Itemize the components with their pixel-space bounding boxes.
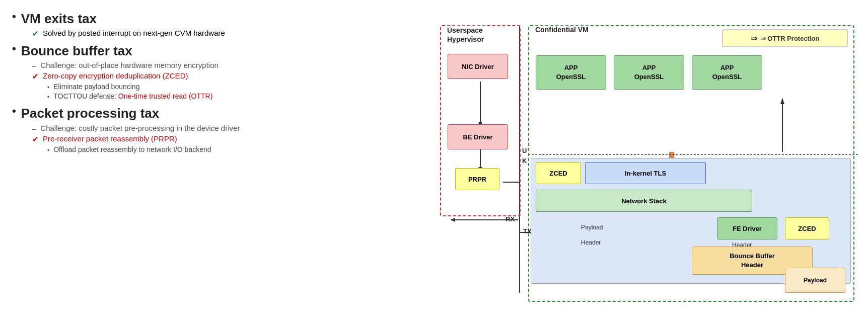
prpr-text: Pre-receiver packet reassembly (PRPR) — [43, 134, 177, 143]
prpr-label: PRPR — [468, 176, 486, 183]
network-stack-label: Network Stack — [621, 197, 667, 205]
check-mark-red-2: ✔ — [32, 135, 39, 144]
userspace-hypervisor-label: Userspace Hypervisor — [445, 26, 486, 44]
right-panel: Userspace Hypervisor Confidential VM ⇒ ⇒… — [425, 9, 863, 308]
bounce-buffer-title: Bounce buffer tax — [21, 43, 132, 59]
tocttou-text: TOCTTOU defense: One-time trusted read (… — [53, 92, 212, 100]
k-label: K — [522, 157, 527, 165]
fe-driver-box: FE Driver — [717, 217, 777, 239]
u-label: U — [522, 147, 527, 154]
dash-1: – — [32, 61, 36, 70]
bullet-dot-2: • — [12, 42, 16, 55]
bullet-dot-3: • — [12, 105, 16, 118]
bounce-buffer-label: Bounce Buffer Header — [730, 252, 775, 270]
rx-label: RX — [505, 215, 515, 223]
in-kernel-tls-label: In-kernel TLS — [625, 170, 666, 177]
check-mark-green-1: ✔ — [32, 29, 39, 38]
nic-driver-box: NIC Driver — [448, 54, 508, 79]
network-stack-box: Network Stack — [536, 190, 752, 212]
diagram-wrapper: Userspace Hypervisor Confidential VM ⇒ ⇒… — [425, 11, 863, 308]
app-openssl-box-3: APP OpenSSL — [692, 55, 762, 90]
eliminate-payload-text: Eliminate payload bouncing — [53, 83, 139, 91]
header-text-label: Header — [581, 239, 601, 246]
zced-kernel-box: ZCED — [536, 162, 581, 184]
vm-exits-check-text: Solved by posted interrupt on next-gen C… — [43, 29, 225, 37]
confidential-vm-label: Confidential VM — [533, 26, 591, 34]
vm-exits-title: VM exits tax — [21, 11, 97, 27]
section-bounce-buffer: • Bounce buffer tax – Challenge: out-of-… — [12, 43, 415, 101]
app2-label: APP OpenSSL — [634, 63, 664, 82]
left-panel: • VM exits tax ✔ Solved by posted interr… — [12, 9, 425, 159]
app-openssl-box-1: APP OpenSSL — [536, 55, 606, 90]
app-openssl-box-2: APP OpenSSL — [614, 55, 684, 90]
ottr-label: ⇒ OTTR Protection — [760, 35, 820, 42]
nic-driver-label: NIC Driver — [462, 63, 494, 70]
packet-processing-title: Packet processing tax — [21, 106, 160, 121]
app3-label: APP OpenSSL — [712, 63, 742, 82]
be-driver-label: BE Driver — [463, 133, 492, 141]
fe-driver-label: FE Driver — [733, 225, 762, 232]
section-packet-processing: • Packet processing tax – Challenge: cos… — [12, 106, 415, 153]
in-kernel-tls-box: In-kernel TLS — [585, 162, 706, 184]
bullet-dot-1: • — [12, 10, 16, 23]
nested-dot-3: • — [47, 147, 49, 154]
payload-area-box: Payload — [785, 268, 845, 293]
bounce-challenge-text: Challenge: out-of-place hardware memory … — [40, 61, 219, 69]
nested-dot-2: • — [47, 94, 49, 101]
payload-text-label: Payload — [581, 224, 603, 231]
tx-label: TX — [523, 227, 532, 235]
zced-fe-label: ZCED — [798, 225, 816, 232]
svg-marker-2 — [450, 218, 455, 222]
zced-fe-box: ZCED — [785, 217, 829, 239]
zced-text: Zero-copy encryption deduplication (ZCED… — [43, 71, 188, 80]
prpr-box: PRPR — [455, 168, 499, 190]
section-vm-exits: • VM exits tax ✔ Solved by posted interr… — [12, 11, 415, 38]
offload-text: Offload packet reassembly to network I/O… — [53, 145, 211, 153]
nested-dot-1: • — [47, 84, 49, 91]
ottr-protection-box: ⇒ ⇒ OTTR Protection — [722, 29, 848, 47]
dash-2: – — [32, 124, 36, 133]
zced-kernel-label: ZCED — [549, 170, 567, 177]
payload-area-label: Payload — [804, 277, 827, 284]
be-driver-box: BE Driver — [448, 124, 508, 149]
ottr-inline-text: One-time trusted read (OTTR) — [118, 92, 213, 100]
check-mark-red-1: ✔ — [32, 72, 39, 81]
packet-challenge-text: Challenge: costly packet pre-processing … — [40, 124, 240, 132]
app1-label: APP OpenSSL — [556, 63, 586, 82]
